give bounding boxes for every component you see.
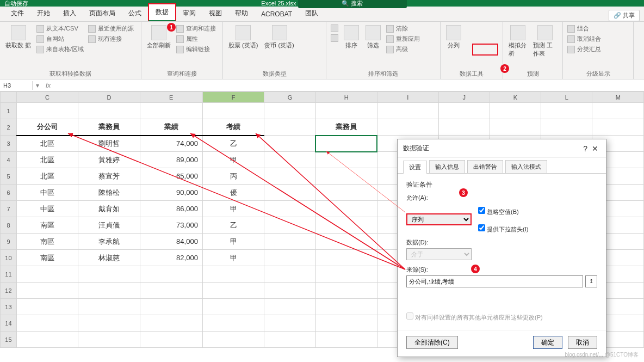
col-header-K[interactable]: K xyxy=(490,92,541,103)
col-header-E[interactable]: E xyxy=(140,92,202,103)
cell-C8[interactable]: 南區 xyxy=(16,217,78,234)
tab-data[interactable]: 数据 xyxy=(148,3,176,21)
whatif-button[interactable]: 模拟分析 xyxy=(506,24,529,59)
cell-E10[interactable]: 82,000 xyxy=(140,250,202,266)
cell-G13[interactable] xyxy=(264,299,315,315)
consolidate-icon[interactable] xyxy=(487,24,496,33)
sort-button[interactable]: 排序 xyxy=(342,24,361,51)
cell-D12[interactable] xyxy=(78,283,140,299)
cell-C7[interactable]: 中區 xyxy=(16,201,78,217)
cell-D14[interactable] xyxy=(78,315,140,332)
row-header-5[interactable]: 5 xyxy=(1,168,17,185)
cell-F8[interactable]: 乙 xyxy=(202,217,264,234)
cell-D9[interactable]: 李承航 xyxy=(78,234,140,250)
advanced[interactable]: 高级 xyxy=(385,45,421,54)
row-header-8[interactable]: 8 xyxy=(1,217,17,234)
source-input[interactable] xyxy=(406,275,583,287)
cell-F2[interactable]: 考績 xyxy=(202,119,264,136)
col-header-D[interactable]: D xyxy=(78,92,140,103)
from-table[interactable]: 来自表格/区域 xyxy=(35,45,85,54)
row-header-3[interactable]: 3 xyxy=(1,136,17,152)
cell-D7[interactable]: 戴育如 xyxy=(78,201,140,217)
col-header-J[interactable]: J xyxy=(438,92,490,103)
cell-K2[interactable] xyxy=(490,119,541,136)
currency-button[interactable]: 货币 (英语) xyxy=(262,24,296,51)
cell-C12[interactable] xyxy=(16,283,78,299)
cell-F4[interactable]: 甲 xyxy=(202,152,264,168)
cell-C15[interactable] xyxy=(16,332,78,348)
tab-file[interactable]: 文件 xyxy=(4,5,30,21)
cell-G4[interactable] xyxy=(264,152,315,168)
tab-layout[interactable]: 页面布局 xyxy=(83,5,122,21)
recent-sources[interactable]: 最近使用的源 xyxy=(87,24,135,33)
cell-C13[interactable] xyxy=(16,299,78,315)
cell-H2[interactable]: 業務員 xyxy=(315,119,377,136)
close-icon[interactable]: ✕ xyxy=(590,144,600,153)
cell-D11[interactable] xyxy=(78,266,140,283)
cell-E2[interactable]: 業績 xyxy=(140,119,202,136)
tab-view[interactable]: 视图 xyxy=(202,5,228,21)
row-header-14[interactable]: 14 xyxy=(1,315,17,332)
cell-D8[interactable]: 汪貞儀 xyxy=(78,217,140,234)
cell-M1[interactable] xyxy=(592,103,644,119)
cell-D1[interactable] xyxy=(78,103,140,119)
cell-C5[interactable]: 北區 xyxy=(16,168,78,185)
cell-H8[interactable] xyxy=(315,217,377,234)
cell-D13[interactable] xyxy=(78,299,140,315)
cell-F7[interactable]: 甲 xyxy=(202,201,264,217)
cell-E1[interactable] xyxy=(140,103,202,119)
cell-E6[interactable]: 90,000 xyxy=(140,185,202,201)
sort-asc[interactable] xyxy=(330,24,339,33)
cell-E7[interactable]: 86,000 xyxy=(140,201,202,217)
cell-J1[interactable] xyxy=(438,103,490,119)
cell-G3[interactable] xyxy=(264,136,315,152)
cell-F9[interactable]: 甲 xyxy=(202,234,264,250)
clear-filter[interactable]: 清除 xyxy=(385,24,421,33)
cell-G11[interactable] xyxy=(264,266,315,283)
cell-G15[interactable] xyxy=(264,332,315,348)
cell-L2[interactable] xyxy=(541,119,592,136)
col-header-H[interactable]: H xyxy=(315,92,377,103)
clear-all-button[interactable]: 全部清除(C) xyxy=(406,336,458,349)
tab-help[interactable]: 帮助 xyxy=(228,5,255,21)
name-box[interactable]: H3 xyxy=(0,81,33,90)
cell-E11[interactable] xyxy=(140,266,202,283)
cell-G8[interactable] xyxy=(264,217,315,234)
cell-G12[interactable] xyxy=(264,283,315,299)
cell-H10[interactable] xyxy=(315,250,377,266)
dropdown-check[interactable]: 提供下拉箭头(I) xyxy=(478,224,528,234)
subtotal-button[interactable]: 分类汇总 xyxy=(566,45,602,54)
from-web[interactable]: 自网站 xyxy=(35,34,85,44)
row-header-1[interactable]: 1 xyxy=(1,103,17,119)
cell-G2[interactable] xyxy=(264,119,315,136)
cell-E3[interactable]: 74,000 xyxy=(140,136,202,152)
cell-F14[interactable] xyxy=(202,315,264,332)
apply-other-check[interactable]: 对有同样设置的所有其他单元格应用这些更改(P) xyxy=(406,312,597,322)
row-header-10[interactable]: 10 xyxy=(1,250,17,266)
cell-C6[interactable]: 中區 xyxy=(16,185,78,201)
existing-conn[interactable]: 现有连接 xyxy=(87,34,135,44)
cell-H11[interactable] xyxy=(315,266,377,283)
cell-C2[interactable]: 分公司 xyxy=(16,119,78,136)
col-header-I[interactable]: I xyxy=(377,92,438,103)
cell-H14[interactable] xyxy=(315,315,377,332)
cell-F3[interactable]: 乙 xyxy=(202,136,264,152)
from-text-csv[interactable]: 从文本/CSV xyxy=(35,24,85,33)
cancel-button[interactable]: 取消 xyxy=(568,336,597,349)
share-button[interactable]: 🔗 共享 xyxy=(609,10,640,21)
reapply[interactable]: 重新应用 xyxy=(385,34,421,44)
cell-I2[interactable] xyxy=(377,119,438,136)
cell-C1[interactable] xyxy=(16,103,78,119)
cell-E13[interactable] xyxy=(140,299,202,315)
queries-conn[interactable]: 查询和连接 xyxy=(175,24,217,33)
cell-E15[interactable] xyxy=(140,332,202,348)
cell-D6[interactable]: 陳翰松 xyxy=(78,185,140,201)
cell-G14[interactable] xyxy=(264,315,315,332)
cell-E14[interactable] xyxy=(140,315,202,332)
col-header-G[interactable]: G xyxy=(264,92,315,103)
row-header-4[interactable]: 4 xyxy=(1,152,17,168)
dlg-tab-input[interactable]: 输入信息 xyxy=(429,160,465,173)
get-data-button[interactable]: 获取数 据 xyxy=(3,24,33,51)
cell-G7[interactable] xyxy=(264,201,315,217)
cell-F5[interactable]: 丙 xyxy=(202,168,264,185)
